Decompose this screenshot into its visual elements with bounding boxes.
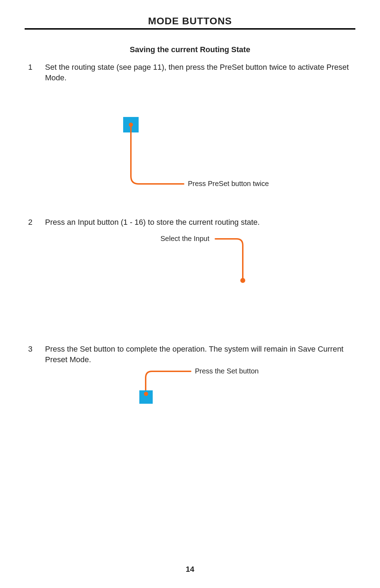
- connector-line-3: [146, 371, 191, 392]
- diagram-3: [0, 0, 380, 588]
- document-page: MODE BUTTONS Saving the current Routing …: [0, 0, 380, 588]
- connector-dot-3-icon: [144, 392, 148, 396]
- page-number: 14: [0, 565, 380, 574]
